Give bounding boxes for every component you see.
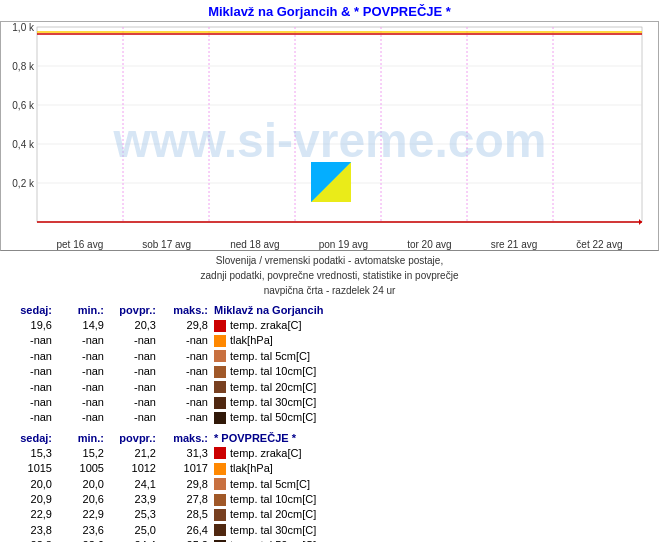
table-row: 20,0 20,0 24,1 29,8 temp. tal 5cm[C] [6,477,653,492]
legend-label: temp. tal 20cm[C] [230,380,316,395]
cell-sedaj: 23,8 [6,538,58,542]
cell-min: 22,9 [58,507,110,522]
cell-povpr: -nan [110,333,162,348]
cell-sedaj: 19,6 [6,318,58,333]
legend-label: temp. tal 5cm[C] [230,349,310,364]
cell-min: 15,2 [58,446,110,461]
legend-label: temp. zraka[C] [230,446,302,461]
chart-title: Miklavž na Gorjancih & * POVPREČJE * [0,0,659,21]
cell-povpr: -nan [110,395,162,410]
cell-povpr: 1012 [110,461,162,476]
cell-sedaj: 23,8 [6,523,58,538]
cell-min: -nan [58,380,110,395]
cell-min: -nan [58,349,110,364]
legend-label: temp. tal 10cm[C] [230,364,316,379]
header-min-2: min.: [58,432,110,444]
cell-maks: 27,8 [162,492,214,507]
cell-min: -nan [58,410,110,425]
cell-label: temp. tal 30cm[C] [214,523,653,538]
header-povpr-2: povpr.: [110,432,162,444]
svg-text:0,8 k: 0,8 k [12,61,35,72]
x-label-6: čet 22 avg [576,239,622,250]
cell-label: temp. tal 50cm[C] [214,538,653,542]
cell-povpr: -nan [110,380,162,395]
table-row: -nan -nan -nan -nan temp. tal 5cm[C] [6,349,653,364]
cell-sedaj: -nan [6,410,58,425]
cell-min: 23,6 [58,538,110,542]
cell-sedaj: -nan [6,333,58,348]
cell-label: temp. tal 5cm[C] [214,349,653,364]
table2-rows: 15,3 15,2 21,2 31,3 temp. zraka[C] 1015 … [6,446,653,542]
cell-maks: 1017 [162,461,214,476]
cell-label: temp. tal 30cm[C] [214,395,653,410]
cell-povpr: 24,4 [110,538,162,542]
legend-label: tlak[hPa] [230,461,273,476]
chart-area: 1,0 k 0,8 k 0,6 k 0,4 k 0,2 k www.si-vre… [0,21,659,251]
table-row: 20,9 20,6 23,9 27,8 temp. tal 10cm[C] [6,492,653,507]
svg-text:www.si-vreme.com: www.si-vreme.com [112,114,546,167]
table2-title: * POVPREČJE * [214,432,653,444]
cell-sedaj: -nan [6,395,58,410]
svg-text:1,0 k: 1,0 k [12,22,35,33]
x-axis-labels: pet 16 avg sob 17 avg ned 18 avg pon 19 … [37,239,642,250]
table-row: 19,6 14,9 20,3 29,8 temp. zraka[C] [6,318,653,333]
table-row: -nan -nan -nan -nan tlak[hPa] [6,333,653,348]
cell-povpr: 25,3 [110,507,162,522]
legend-label: temp. tal 5cm[C] [230,477,310,492]
legend-label: temp. tal 30cm[C] [230,523,316,538]
cell-povpr: -nan [110,364,162,379]
legend-label: temp. tal 50cm[C] [230,410,316,425]
cell-maks: 31,3 [162,446,214,461]
cell-min: 1005 [58,461,110,476]
cell-label: tlak[hPa] [214,461,653,476]
cell-label: temp. tal 20cm[C] [214,380,653,395]
cell-povpr: 20,3 [110,318,162,333]
table-row: -nan -nan -nan -nan temp. tal 10cm[C] [6,364,653,379]
x-label-3: pon 19 avg [319,239,369,250]
table1-rows: 19,6 14,9 20,3 29,8 temp. zraka[C] -nan … [6,318,653,426]
cell-sedaj: 20,9 [6,492,58,507]
table1-title: Miklavž na Gorjancih [214,304,653,316]
cell-label: tlak[hPa] [214,333,653,348]
cell-min: 20,6 [58,492,110,507]
cell-label: temp. tal 10cm[C] [214,492,653,507]
legend-color [214,412,226,424]
cell-label: temp. tal 50cm[C] [214,410,653,425]
x-label-0: pet 16 avg [57,239,104,250]
legend-color [214,524,226,536]
header-povpr-1: povpr.: [110,304,162,316]
legend-label: temp. tal 50cm[C] [230,538,316,542]
cell-sedaj: -nan [6,349,58,364]
x-label-2: ned 18 avg [230,239,280,250]
header-sedaj-2: sedaj: [6,432,58,444]
x-label-5: sre 21 avg [491,239,538,250]
cell-maks: 29,8 [162,318,214,333]
cell-min: -nan [58,364,110,379]
cell-maks: 26,4 [162,523,214,538]
cell-min: 23,6 [58,523,110,538]
info-line3: navpična črta - razdelek 24 ur [0,283,659,298]
cell-maks: -nan [162,364,214,379]
svg-text:0,4 k: 0,4 k [12,139,35,150]
legend-color [214,463,226,475]
legend-label: temp. tal 10cm[C] [230,492,316,507]
table-row: 22,9 22,9 25,3 28,5 temp. tal 20cm[C] [6,507,653,522]
table1-header: sedaj: min.: povpr.: maks.: Miklavž na G… [6,304,653,316]
cell-maks: -nan [162,380,214,395]
legend-color [214,350,226,362]
x-label-1: sob 17 avg [142,239,191,250]
table-row: 1015 1005 1012 1017 tlak[hPa] [6,461,653,476]
cell-maks: 25,2 [162,538,214,542]
cell-label: temp. tal 20cm[C] [214,507,653,522]
cell-sedaj: -nan [6,380,58,395]
cell-min: 14,9 [58,318,110,333]
cell-maks: -nan [162,410,214,425]
main-chart: 1,0 k 0,8 k 0,6 k 0,4 k 0,2 k www.si-vre… [1,22,659,252]
legend-color [214,494,226,506]
cell-min: -nan [58,395,110,410]
cell-povpr: 21,2 [110,446,162,461]
cell-label: temp. tal 10cm[C] [214,364,653,379]
cell-maks: -nan [162,349,214,364]
info-line2: zadnji podatki, povprečne vrednosti, sta… [0,268,659,283]
x-label-4: tor 20 avg [407,239,451,250]
